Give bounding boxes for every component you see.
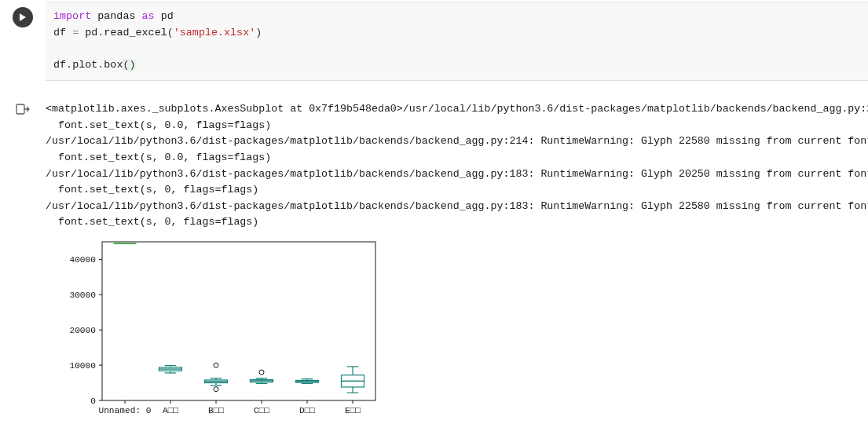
attr-plot: plot bbox=[72, 59, 97, 71]
module-pandas: pandas bbox=[97, 10, 135, 22]
var-df2: df bbox=[53, 59, 66, 71]
boxplot-figure: 010000200003000040000Unnamed: 0A□□B□□C□□… bbox=[63, 234, 385, 422]
output-icon bbox=[13, 103, 33, 115]
stdout-line: /usr/local/lib/python3.6/dist-packages/m… bbox=[46, 166, 868, 183]
stdout-line: <matplotlib.axes._subplots.AxesSubplot a… bbox=[46, 101, 868, 118]
play-icon bbox=[18, 13, 27, 22]
output-gutter bbox=[0, 95, 46, 115]
paren-close-hl: ) bbox=[129, 59, 135, 71]
svg-text:A□□: A□□ bbox=[163, 406, 178, 415]
paren-open: ( bbox=[167, 27, 174, 38]
svg-text:0: 0 bbox=[90, 397, 96, 406]
fn-read-excel: read_excel bbox=[104, 27, 167, 38]
string-literal: 'sample.xlsx' bbox=[174, 27, 255, 38]
keyword-import: import bbox=[53, 10, 91, 22]
keyword-as: as bbox=[142, 10, 155, 22]
dot2: . bbox=[66, 59, 72, 71]
stdout-line: font.set_text(s, 0.0, flags=flags) bbox=[46, 150, 868, 166]
svg-text:B□□: B□□ bbox=[208, 406, 224, 415]
paren-close: ) bbox=[255, 27, 262, 38]
var-df: df bbox=[53, 27, 66, 38]
svg-text:10000: 10000 bbox=[69, 361, 96, 371]
output-cell: <matplotlib.axes._subplots.AxesSubplot a… bbox=[0, 95, 868, 422]
svg-rect-0 bbox=[16, 104, 24, 114]
stdout-line: /usr/local/lib/python3.6/dist-packages/m… bbox=[46, 133, 868, 150]
cell-gutter bbox=[0, 2, 46, 27]
svg-text:C□□: C□□ bbox=[254, 406, 269, 415]
stdout-line: font.set_text(s, 0, flags=flags) bbox=[46, 182, 868, 199]
op-assign: = bbox=[72, 27, 79, 38]
code-cell: import pandas as pd df = pd.read_excel('… bbox=[0, 2, 868, 81]
stdout-line: font.set_text(s, 0, flags=flags) bbox=[46, 214, 868, 231]
boxplot-svg: 010000200003000040000Unnamed: 0A□□B□□C□□… bbox=[63, 234, 385, 422]
attr-box: box bbox=[104, 59, 123, 71]
run-button[interactable] bbox=[13, 7, 33, 27]
svg-text:D□□: D□□ bbox=[299, 406, 315, 415]
stdout-line: /usr/local/lib/python3.6/dist-packages/m… bbox=[46, 199, 868, 215]
ref-pd: pd bbox=[85, 27, 97, 38]
svg-text:E□□: E□□ bbox=[345, 406, 361, 415]
svg-text:30000: 30000 bbox=[69, 291, 96, 300]
svg-text:20000: 20000 bbox=[69, 326, 96, 335]
svg-text:40000: 40000 bbox=[69, 255, 96, 265]
output-content: <matplotlib.axes._subplots.AxesSubplot a… bbox=[46, 95, 868, 422]
alias-pd: pd bbox=[161, 10, 174, 22]
stdout-line: font.set_text(s, 0.0, flags=flags) bbox=[46, 118, 868, 134]
svg-text:Unnamed: 0: Unnamed: 0 bbox=[98, 406, 151, 415]
svg-rect-1 bbox=[102, 242, 375, 400]
code-editor[interactable]: import pandas as pd df = pd.read_excel('… bbox=[46, 2, 868, 81]
